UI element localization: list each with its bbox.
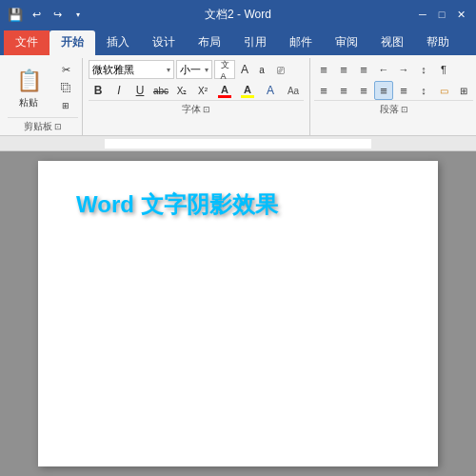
tab-file[interactable]: 文件 (4, 30, 50, 55)
title-bar: 💾 ↩ ↪ ▾ 文档2 - Word ─ □ ✕ (0, 0, 476, 29)
shading-button[interactable]: ▭ (434, 81, 453, 100)
font-group-label: 字体 ⊡ (89, 100, 304, 118)
align-left-button[interactable]: ≡ (314, 81, 333, 100)
ruler-right-margin (371, 139, 419, 149)
border-button[interactable]: ⊞ (454, 81, 473, 100)
align-center-button[interactable]: ≡ (334, 81, 353, 100)
align-right-button[interactable]: ≡ (354, 81, 373, 100)
para-row1: ≡ ≡ ≡ ← → ↕ ¶ (314, 60, 473, 79)
highlight-bar (241, 95, 254, 98)
clipboard-small-buttons: ✂ ⿻ ⊞ (53, 61, 78, 114)
italic-button[interactable]: I (109, 81, 129, 100)
tab-insert[interactable]: 插入 (95, 30, 141, 55)
numbering-button[interactable]: ≡ (334, 60, 353, 79)
clipboard-label: 剪贴板 ⊡ (8, 117, 78, 135)
font-color-button[interactable]: A (214, 81, 235, 100)
bold-button[interactable]: B (89, 81, 108, 100)
paragraph-group: ≡ ≡ ≡ ← → ↕ ¶ ≡ ≡ ≡ ≡ ≡ ↕ ▭ ⊞ 段落 ⊡ (310, 58, 476, 135)
font-row2: B I U abc X₂ X² A A A Aa (89, 81, 304, 100)
format-painter-button[interactable]: ⊞ (53, 97, 78, 114)
font-size-down-button[interactable]: a (254, 60, 269, 79)
clipboard-group: 📋 粘贴 ✂ ⿻ ⊞ 剪贴板 ⊡ (4, 58, 83, 135)
bullets-button[interactable]: ≡ (314, 60, 333, 79)
justify-button[interactable]: ≡ (374, 81, 393, 100)
document-headline: Word 文字阴影效果 (76, 189, 400, 220)
ruler (0, 136, 476, 151)
tab-layout[interactable]: 布局 (187, 30, 232, 55)
indent-decrease-button[interactable]: ← (374, 60, 393, 79)
distribute-button[interactable]: ≡ (394, 81, 413, 100)
sort-button[interactable]: ↕ (414, 60, 433, 79)
ruler-content (105, 139, 371, 149)
underline-button[interactable]: U (130, 81, 149, 100)
paste-label: 粘贴 (19, 96, 38, 109)
clipboard-expand[interactable]: ⊡ (54, 122, 62, 131)
font-size-dropdown-icon: ▾ (205, 66, 208, 74)
clear-format-button[interactable]: ⎚ (271, 60, 290, 79)
font-color-icon: A (221, 84, 228, 95)
minimize-button[interactable]: ─ (415, 7, 430, 22)
close-button[interactable]: ✕ (453, 7, 468, 22)
document-page[interactable]: Word 文字阴影效果 (38, 161, 438, 466)
font-expand[interactable]: ⊡ (203, 105, 210, 114)
tab-help[interactable]: 帮助 (415, 30, 461, 55)
superscript-button[interactable]: X² (193, 81, 212, 100)
multilevel-list-button[interactable]: ≡ (354, 60, 373, 79)
font-size-selector[interactable]: 小一 ▾ (176, 60, 212, 79)
indent-increase-button[interactable]: → (394, 60, 413, 79)
ruler-left-margin (57, 139, 105, 149)
window-controls: ─ □ ✕ (415, 7, 468, 22)
font-row1: 微软雅黑 ▾ 小一 ▾ 文A A a ⎚ (89, 60, 304, 79)
tab-home[interactable]: 开始 (50, 30, 95, 55)
tab-design[interactable]: 设计 (141, 30, 187, 55)
ribbon-toolbar: 📋 粘贴 ✂ ⿻ ⊞ 剪贴板 ⊡ 微软雅黑 ▾ 小一 ▾ (0, 55, 476, 136)
tab-references[interactable]: 引用 (232, 30, 278, 55)
show-pilcrow-button[interactable]: ¶ (434, 60, 453, 79)
highlight-color-button[interactable]: A (237, 81, 258, 100)
save-icon[interactable]: 💾 (8, 7, 23, 22)
document-area: Word 文字阴影效果 (0, 151, 476, 476)
font-size-up-button[interactable]: A (237, 60, 252, 79)
para-row2: ≡ ≡ ≡ ≡ ≡ ↕ ▭ ⊞ (314, 81, 473, 100)
paste-icon: 📋 (13, 66, 44, 96)
quick-access-dropdown[interactable]: ▾ (70, 7, 86, 22)
font-name-selector[interactable]: 微软雅黑 ▾ (89, 60, 174, 79)
window-title: 文档2 - Word (205, 7, 271, 23)
highlight-icon: A (244, 84, 251, 95)
ribbon-tabs: 文件 开始 插入 设计 布局 引用 邮件 审阅 视图 帮助 (0, 29, 476, 55)
restore-button[interactable]: □ (434, 7, 449, 22)
line-spacing-button[interactable]: ↕ (414, 81, 433, 100)
tab-view[interactable]: 视图 (369, 30, 415, 55)
tab-review[interactable]: 审阅 (324, 30, 369, 55)
tab-mailings[interactable]: 邮件 (278, 30, 324, 55)
redo-button[interactable]: ↪ (50, 7, 65, 22)
font-group: 微软雅黑 ▾ 小一 ▾ 文A A a ⎚ B I U abc X₂ X² (83, 58, 310, 135)
font-controls: 微软雅黑 ▾ 小一 ▾ 文A A a ⎚ B I U abc X₂ X² (89, 60, 304, 100)
paragraph-group-label: 段落 ⊡ (314, 100, 473, 118)
char-spacing-button[interactable]: Aa (283, 81, 304, 100)
subscript-button[interactable]: X₂ (172, 81, 191, 100)
font-name-dropdown-icon: ▾ (167, 66, 170, 74)
copy-button[interactable]: ⿻ (53, 79, 78, 96)
paragraph-expand[interactable]: ⊡ (401, 105, 408, 114)
strikethrough-button[interactable]: abc (151, 81, 170, 100)
title-bar-left: 💾 ↩ ↪ ▾ (8, 7, 86, 22)
wen-icon: 文A (214, 60, 235, 79)
cut-button[interactable]: ✂ (53, 61, 78, 78)
para-controls: ≡ ≡ ≡ ← → ↕ ¶ ≡ ≡ ≡ ≡ ≡ ↕ ▭ ⊞ (314, 60, 473, 100)
paste-button[interactable]: 📋 粘贴 (8, 64, 50, 111)
undo-button[interactable]: ↩ (29, 7, 44, 22)
font-color-bar (218, 95, 231, 98)
text-effects-button[interactable]: A (260, 81, 281, 100)
